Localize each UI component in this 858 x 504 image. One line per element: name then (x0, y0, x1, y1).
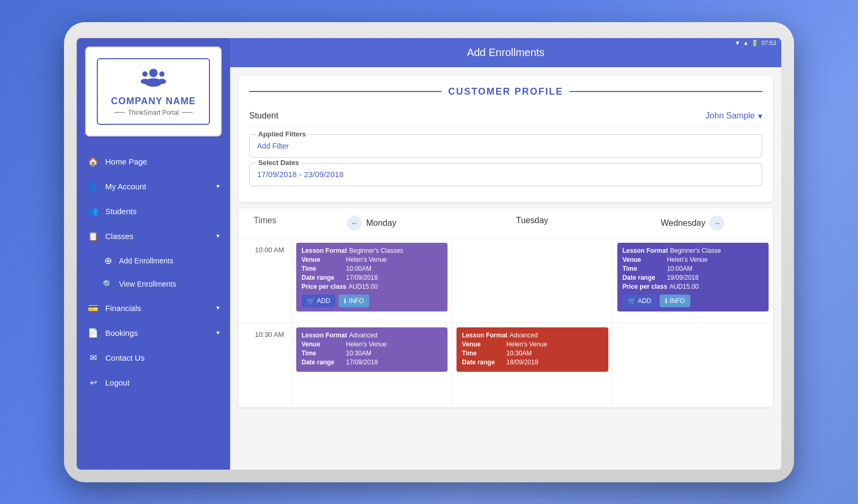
chevron-down-icon-financials: ▾ (216, 304, 220, 311)
event-row-venue-wed: Venue Helen's Venue (623, 256, 763, 263)
venue-key-wed: Venue (623, 256, 665, 263)
sidebar-item-financials[interactable]: 💳 Financials ▾ (77, 296, 230, 320)
sidebar-item-classes[interactable]: 📋 Classes ▾ (77, 224, 230, 249)
sidebar-item-students[interactable]: 👥 Students (77, 199, 230, 224)
wifi-icon: ▼ (735, 40, 741, 46)
sidebar-item-myaccount-label: My Account (105, 182, 147, 191)
price-val-mon-1000: AUD15.00 (349, 283, 378, 290)
student-row: Student John Sample ▾ (249, 106, 762, 127)
student-value: John Sample (706, 111, 755, 121)
add-button-mon-1000[interactable]: 🛒 ADD (302, 295, 335, 307)
calendar-table: Times ← Monday Tuesday Wednesday → (239, 208, 773, 408)
sidebar-item-contact-label: Contact Us (105, 353, 144, 362)
chevron-down-icon: ▾ (216, 182, 220, 190)
event-cell-mon-1030: Lesson Format Advanced Venue Helen's Ven… (291, 323, 452, 407)
er-format-mon-1030: Lesson Format Advanced (302, 332, 442, 339)
classes-icon: 📋 (87, 231, 99, 241)
company-logo-icon (141, 67, 166, 93)
lf-val-mon-1030: Advanced (349, 332, 377, 339)
prev-week-button[interactable]: ← (347, 216, 362, 231)
next-week-button[interactable]: → (709, 216, 724, 231)
svg-point-5 (158, 79, 166, 84)
sidebar-item-students-label: Students (105, 207, 136, 216)
event-cell-mon-1000: Lesson Format Beginner's Classes Venue H… (291, 239, 452, 323)
t-val-mon-1030: 10:30AM (346, 350, 371, 357)
event-card-tue-1030: Lesson Format Advanced Venue Helen's Ven… (457, 327, 608, 372)
time-val-mon-1000: 10:00AM (346, 265, 371, 272)
time-key-wed: Time (623, 265, 665, 272)
event-row-daterange: Date range 17/09/2018 (302, 274, 442, 281)
logo-container: COMPANY NAME ThinkSmart Portal (85, 47, 222, 136)
info-button-wed-1000[interactable]: ℹ INFO (660, 295, 690, 307)
col-header-monday: ← Monday (291, 208, 452, 238)
lf-key-tue-1030: Lesson Format (462, 332, 507, 339)
sidebar-item-add-enrollments-label: Add Enrollments (119, 256, 174, 265)
event-actions-wed-1000: 🛒 ADD ℹ INFO (623, 295, 763, 307)
event-cell-wed-1030 (613, 323, 773, 407)
top-bar: Add Enrollments (230, 38, 781, 67)
venue-val-wed-1000: Helen's Venue (667, 256, 708, 263)
v-val-tue-1030: Helen's Venue (506, 341, 547, 348)
price-key: Price per class (302, 283, 346, 290)
sidebar-item-home[interactable]: 🏠 Home Page (77, 149, 230, 174)
info-icon: ℹ (344, 297, 346, 305)
price-key-wed: Price per class (623, 283, 668, 290)
er-time-mon-1030: Time 10:30AM (302, 350, 442, 357)
monday-label: Monday (366, 218, 396, 228)
sidebar-item-bookings[interactable]: 📄 Bookings ▾ (77, 320, 230, 345)
d-key-tue-1030: Date range (462, 359, 504, 366)
sidebar-item-financials-label: Financials (105, 304, 141, 313)
calendar-header: Times ← Monday Tuesday Wednesday → (239, 208, 773, 239)
signal-icon: ▲ (743, 40, 749, 46)
customer-profile-card: CUSTOMER PROFILE Student John Sample ▾ A… (239, 76, 773, 202)
event-row-format: Lesson Format Beginner's Classes (302, 247, 442, 254)
main-content: Add Enrollments CUSTOMER PROFILE Student… (230, 38, 781, 470)
sidebar-item-view-enrollments[interactable]: 🔍 View Enrollments (77, 273, 230, 296)
select-dates-label: Select Dates (256, 159, 301, 167)
sidebar-item-logout[interactable]: ↩ Logout (77, 370, 230, 395)
bookings-icon: 📄 (87, 328, 99, 338)
lf-val-tue-1030: Advanced (509, 332, 537, 339)
chevron-down-icon-bookings: ▾ (216, 329, 220, 336)
t-key-tue-1030: Time (462, 350, 504, 357)
applied-filters-box: Applied Filters Add Filter (249, 134, 762, 158)
mail-icon: ✉ (87, 353, 99, 363)
info-button-mon-1000[interactable]: ℹ INFO (339, 295, 369, 307)
v-key-tue-1030: Venue (462, 341, 504, 348)
svg-point-4 (141, 79, 149, 84)
svg-point-3 (159, 71, 165, 77)
time-1030: 10:30 AM (239, 323, 291, 407)
company-name: COMPANY NAME (111, 96, 196, 107)
er-date-tue-1030: Date range 18/09/2018 (462, 359, 603, 366)
student-selector[interactable]: John Sample ▾ (706, 111, 762, 121)
wednesday-label: Wednesday (661, 218, 705, 228)
sidebar-item-add-enrollments[interactable]: ⊕ Add Enrollments (77, 249, 230, 273)
er-time-tue-1030: Time 10:30AM (462, 350, 603, 357)
d-key-mon-1030: Date range (302, 359, 344, 366)
daterange-key: Date range (302, 274, 344, 281)
lf-key-mon-1030: Lesson Format (302, 332, 347, 339)
sidebar: COMPANY NAME ThinkSmart Portal 🏠 Home Pa… (77, 38, 230, 470)
add-filter-link[interactable]: Add Filter (257, 142, 289, 150)
event-cell-tue-1030: Lesson Format Advanced Venue Helen's Ven… (452, 323, 612, 407)
v-key-mon-1030: Venue (302, 341, 344, 348)
event-cell-tue-1000 (452, 239, 612, 323)
event-row-format-wed: Lesson Format Beginner's Classe (623, 247, 763, 254)
lesson-format-val-wed-1000: Beginner's Classe (670, 247, 721, 254)
sidebar-item-contact[interactable]: ✉ Contact Us (77, 345, 230, 370)
date-range-link[interactable]: 17/09/2018 - 23/09/2018 (257, 170, 343, 179)
event-card-mon-1000: Lesson Format Beginner's Classes Venue H… (296, 243, 448, 311)
daterange-key-wed: Date range (623, 274, 665, 281)
er-venue-mon-1030: Venue Helen's Venue (302, 341, 442, 348)
t-key-mon-1030: Time (302, 350, 344, 357)
er-venue-tue-1030: Venue Helen's Venue (462, 341, 603, 348)
add-button-wed-1000[interactable]: 🛒 ADD (623, 295, 656, 307)
applied-filters-label: Applied Filters (256, 130, 308, 138)
er-date-mon-1030: Date range 17/09/2018 (302, 359, 442, 366)
t-val-tue-1030: 10:30AM (506, 350, 532, 357)
content-area: CUSTOMER PROFILE Student John Sample ▾ A… (230, 67, 781, 470)
price-val-wed-1000: AUD15.00 (669, 283, 698, 290)
event-row-price-wed: Price per class AUD15.00 (623, 283, 763, 290)
sidebar-item-myaccount[interactable]: 👤 My Account ▾ (77, 174, 230, 199)
d-val-mon-1030: 17/09/2018 (346, 359, 378, 366)
